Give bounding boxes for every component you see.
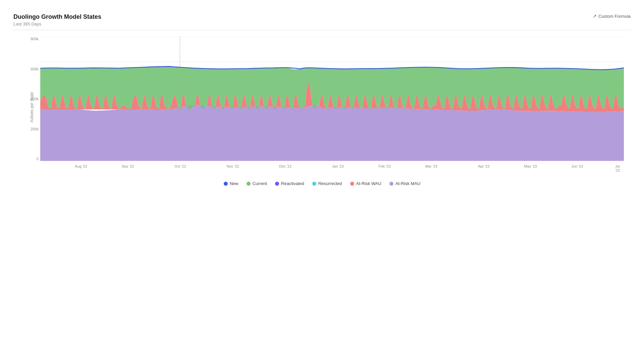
trend-icon: ↗ [593, 13, 597, 19]
page-container: Duolingo Growth Model States Last 365 Da… [0, 0, 644, 362]
legend-label-atrisk-mau: At-Risk MAU [395, 181, 420, 186]
legend-dot-atrisk-mau [389, 182, 393, 186]
chart-header: Duolingo Growth Model States Last 365 Da… [13, 13, 631, 26]
x-label-aug22: Aug '22 [75, 164, 87, 168]
legend-dot-new [224, 182, 228, 186]
legend-item-reactivated: Reactivated [275, 181, 304, 186]
legend-dot-atrisk-wau [350, 182, 354, 186]
x-label-oct22: Oct '22 [174, 164, 186, 168]
chart-subtitle: Last 365 Days [13, 21, 101, 26]
legend-label-atrisk-wau: At-Risk WAU [356, 181, 381, 186]
y-tick-400k: 400k [31, 97, 39, 101]
chart-container: Actives per State 0 200k 400k 600k 800k [13, 37, 631, 178]
x-label-jul23: Jul '23 [615, 164, 621, 172]
chart-legend: New Current Reactivated Resurrected At-R… [13, 181, 631, 186]
x-label-may23: May '23 [524, 164, 537, 168]
at-risk-mau-area [40, 105, 624, 161]
legend-dot-current [247, 182, 251, 186]
chart-svg [40, 37, 624, 161]
legend-item-resurrected: Resurrected [312, 181, 342, 186]
x-label-jan23: Jan '23 [332, 164, 344, 168]
x-label-dec22: Dec '22 [279, 164, 291, 168]
chart-svg-wrapper [40, 37, 624, 161]
legend-item-atrisk-wau: At-Risk WAU [350, 181, 381, 186]
x-axis-labels: Aug '22 Sep '22 Oct '22 Nov '22 Dec '22 … [40, 164, 624, 176]
header-left: Duolingo Growth Model States Last 365 Da… [13, 13, 101, 26]
x-label-nov22: Nov '22 [227, 164, 239, 168]
x-label-sep22: Sep '22 [122, 164, 134, 168]
y-tick-600k: 600k [31, 67, 39, 71]
legend-dot-resurrected [312, 182, 316, 186]
legend-label-reactivated: Reactivated [281, 181, 304, 186]
header-divider [13, 30, 631, 30]
x-label-jun23: Jun '23 [571, 164, 583, 168]
legend-item-new: New [224, 181, 238, 186]
y-tick-0: 0 [37, 157, 39, 161]
y-tick-800k: 800k [31, 37, 39, 41]
legend-dot-reactivated [275, 182, 279, 186]
x-label-mar23: Mar '23 [425, 164, 437, 168]
chart-title: Duolingo Growth Model States [13, 13, 101, 20]
y-tick-200k: 200k [31, 127, 39, 131]
legend-item-atrisk-mau: At-Risk MAU [389, 181, 420, 186]
x-label-feb23: Feb '23 [378, 164, 390, 168]
y-axis-ticks: 0 200k 400k 600k 800k [29, 37, 39, 161]
custom-formula-button[interactable]: ↗ Custom Formula [593, 13, 631, 19]
x-label-apr23: Apr '23 [478, 164, 490, 168]
custom-formula-label: Custom Formula [598, 14, 631, 19]
legend-label-current: Current [253, 181, 267, 186]
legend-item-current: Current [247, 181, 267, 186]
legend-label-new: New [230, 181, 238, 186]
legend-label-resurrected: Resurrected [318, 181, 342, 186]
